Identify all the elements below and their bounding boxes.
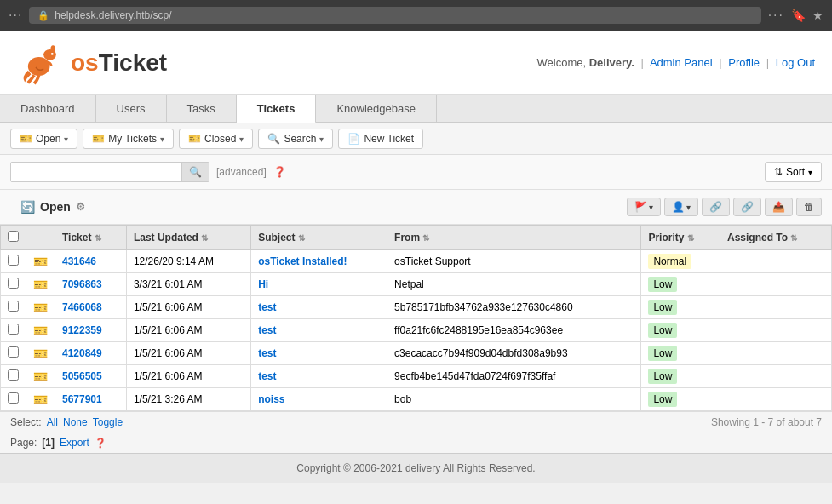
logo-area: osTicket bbox=[17, 39, 167, 86]
col-from[interactable]: From ⇅ bbox=[387, 226, 641, 250]
row-last-updated: 3/3/21 6:01 AM bbox=[126, 273, 250, 296]
tab-tasks[interactable]: Tasks bbox=[167, 95, 237, 122]
ticket-id-link[interactable]: 431646 bbox=[62, 255, 96, 267]
tab-users[interactable]: Users bbox=[96, 95, 167, 122]
row-icon-cell: 🎫 bbox=[26, 388, 55, 411]
profile-link[interactable]: Profile bbox=[728, 56, 760, 69]
browser-dots: ··· bbox=[9, 8, 22, 23]
row-checkbox[interactable] bbox=[8, 392, 19, 404]
ticket-subject-link[interactable]: test bbox=[258, 347, 276, 359]
advanced-search-link[interactable]: [advanced] bbox=[216, 166, 267, 178]
row-assigned-to bbox=[720, 319, 832, 342]
svg-point-3 bbox=[51, 53, 54, 55]
flag-button[interactable]: 🚩 ▾ bbox=[627, 198, 661, 216]
select-toggle-link[interactable]: Toggle bbox=[93, 416, 123, 428]
search-input-wrap: 🔍 bbox=[10, 162, 209, 182]
assign-button[interactable]: 👤 ▾ bbox=[664, 198, 698, 216]
ticket-row-icon: 🎫 bbox=[33, 324, 48, 337]
url-bar[interactable]: 🔒 helpdesk.delivery.htb/scp/ bbox=[29, 7, 760, 24]
tab-knowledgebase[interactable]: Knowledgebase bbox=[316, 95, 437, 122]
row-priority: Low bbox=[641, 296, 720, 319]
priority-badge: Low bbox=[648, 369, 677, 384]
select-all-checkbox[interactable] bbox=[8, 231, 19, 242]
status-button[interactable]: 🔗 bbox=[702, 198, 730, 216]
current-page: [1] bbox=[42, 437, 55, 449]
row-icon-cell: 🎫 bbox=[26, 273, 55, 296]
row-last-updated: 1/5/21 6:06 AM bbox=[126, 365, 250, 388]
flag-arrow: ▾ bbox=[649, 203, 653, 212]
ticket-subject-link[interactable]: osTicket Installed! bbox=[258, 255, 347, 267]
row-ticket-id: 5677901 bbox=[55, 388, 127, 411]
tab-dashboard[interactable]: Dashboard bbox=[0, 95, 96, 122]
select-all-link[interactable]: All bbox=[47, 416, 58, 428]
tab-tickets[interactable]: Tickets bbox=[237, 95, 317, 123]
row-checkbox[interactable] bbox=[8, 324, 19, 335]
row-last-updated: 1/5/21 6:06 AM bbox=[126, 296, 250, 319]
ticket-subject-link[interactable]: test bbox=[258, 324, 276, 336]
star-icon: ★ bbox=[812, 9, 823, 22]
new-ticket-button[interactable]: 📄 New Ticket bbox=[338, 129, 423, 149]
page-footer: Copyright © 2006-2021 delivery All Right… bbox=[0, 453, 832, 483]
ticket-row-icon: 🎫 bbox=[33, 392, 48, 406]
ticket-id-link[interactable]: 7466068 bbox=[62, 301, 102, 313]
row-checkbox[interactable] bbox=[8, 346, 19, 358]
my-tickets-arrow: ▾ bbox=[160, 135, 164, 144]
my-tickets-button[interactable]: 🎫 My Tickets ▾ bbox=[83, 129, 174, 149]
ticket-row-icon: 🎫 bbox=[33, 301, 48, 314]
sort-icon: ⇅ bbox=[774, 166, 783, 178]
row-checkbox-cell bbox=[1, 250, 26, 273]
table-row: 🎫 4120849 1/5/21 6:06 AM test c3ecacacc7… bbox=[1, 342, 832, 365]
row-checkbox[interactable] bbox=[8, 369, 19, 381]
ticket-id-link[interactable]: 5056505 bbox=[62, 370, 102, 382]
col-priority[interactable]: Priority ⇅ bbox=[641, 226, 720, 250]
row-assigned-to bbox=[720, 388, 832, 411]
logout-link[interactable]: Log Out bbox=[776, 56, 815, 69]
admin-panel-link[interactable]: Admin Panel bbox=[650, 56, 713, 69]
export-btn[interactable]: 📤 bbox=[765, 198, 793, 216]
row-assigned-to bbox=[720, 365, 832, 388]
row-from: 5b785171bfb34762a933e127630c4860 bbox=[387, 296, 641, 319]
row-subject: test bbox=[251, 365, 387, 388]
closed-button[interactable]: 🎫 Closed ▾ bbox=[179, 129, 253, 149]
row-icon-cell: 🎫 bbox=[26, 250, 55, 273]
search-input[interactable] bbox=[11, 163, 181, 181]
row-subject: test bbox=[251, 342, 387, 365]
row-ticket-id: 431646 bbox=[55, 250, 127, 273]
pagination-bar: Page: [1] Export ❓ bbox=[0, 432, 832, 453]
ticket-id-link[interactable]: 4120849 bbox=[62, 347, 102, 359]
export-link[interactable]: Export bbox=[60, 437, 89, 449]
row-checkbox[interactable] bbox=[8, 301, 19, 312]
logo-text: osTicket bbox=[71, 49, 167, 77]
ticket-id-link[interactable]: 5677901 bbox=[62, 393, 102, 405]
priority-badge: Low bbox=[648, 277, 677, 292]
refresh-icon[interactable]: 🔄 bbox=[20, 200, 35, 214]
select-none-link[interactable]: None bbox=[63, 416, 88, 428]
merge-button[interactable]: 🔗 bbox=[733, 198, 761, 216]
ticket-id-link[interactable]: 9122359 bbox=[62, 324, 102, 336]
main-content: 🔄 Open ⚙ 🚩 ▾ 👤 ▾ 🔗 🔗 📤 🗑 Ticket ⇅ Last U… bbox=[0, 190, 832, 453]
select-bar: Select: All None Toggle Showing 1 - 7 of… bbox=[0, 411, 832, 432]
ticket-subject-link[interactable]: test bbox=[258, 301, 276, 313]
welcome-text: Welcome, bbox=[537, 56, 589, 69]
search-button[interactable]: 🔍 Search ▾ bbox=[258, 129, 333, 149]
delete-button[interactable]: 🗑 bbox=[796, 198, 822, 216]
search-submit-button[interactable]: 🔍 bbox=[181, 163, 209, 181]
open-button[interactable]: 🎫 Open ▾ bbox=[10, 129, 77, 149]
col-subject[interactable]: Subject ⇅ bbox=[251, 226, 387, 250]
ticket-id-link[interactable]: 7096863 bbox=[62, 278, 102, 290]
ticket-subject-link[interactable]: test bbox=[258, 370, 276, 382]
col-last-updated[interactable]: Last Updated ⇅ bbox=[126, 226, 250, 250]
row-last-updated: 1/5/21 3:26 AM bbox=[126, 388, 250, 411]
col-assigned-to[interactable]: Assigned To ⇅ bbox=[720, 226, 832, 250]
ticket-subject-link[interactable]: noiss bbox=[258, 393, 284, 405]
row-checkbox-cell bbox=[1, 273, 26, 296]
col-ticket[interactable]: Ticket ⇅ bbox=[55, 226, 127, 250]
gear-icon[interactable]: ⚙ bbox=[76, 201, 85, 213]
priority-badge: Low bbox=[648, 323, 677, 338]
url-text: helpdesk.delivery.htb/scp/ bbox=[55, 9, 171, 21]
row-from: 9ecfb4be145d47fda0724f697f35ffaf bbox=[387, 365, 641, 388]
row-checkbox[interactable] bbox=[8, 278, 19, 289]
ticket-subject-link[interactable]: Hi bbox=[258, 278, 268, 290]
row-checkbox[interactable] bbox=[8, 255, 19, 266]
sort-button[interactable]: ⇅ Sort ▾ bbox=[765, 162, 822, 182]
